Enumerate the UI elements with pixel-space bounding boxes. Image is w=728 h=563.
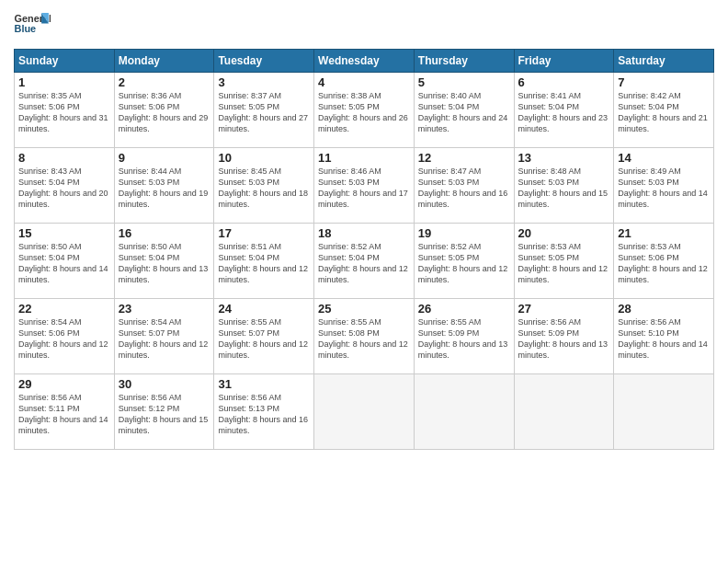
calendar-cell: 21Sunrise: 8:53 AM Sunset: 5:06 PM Dayli… xyxy=(614,224,714,299)
day-number: 5 xyxy=(418,75,510,89)
day-info: Sunrise: 8:56 AM Sunset: 5:11 PM Dayligh… xyxy=(18,392,110,437)
day-info: Sunrise: 8:46 AM Sunset: 5:03 PM Dayligh… xyxy=(318,166,410,211)
day-info: Sunrise: 8:50 AM Sunset: 5:04 PM Dayligh… xyxy=(18,241,110,286)
day-number: 3 xyxy=(218,75,310,89)
day-number: 19 xyxy=(418,226,510,240)
calendar-cell: 28Sunrise: 8:56 AM Sunset: 5:10 PM Dayli… xyxy=(614,299,714,374)
day-info: Sunrise: 8:35 AM Sunset: 5:06 PM Dayligh… xyxy=(18,90,110,135)
day-info: Sunrise: 8:47 AM Sunset: 5:03 PM Dayligh… xyxy=(418,166,510,211)
day-number: 13 xyxy=(518,151,610,165)
day-number: 28 xyxy=(618,302,710,316)
day-info: Sunrise: 8:45 AM Sunset: 5:03 PM Dayligh… xyxy=(218,166,310,211)
calendar-table: SundayMondayTuesdayWednesdayThursdayFrid… xyxy=(14,49,714,450)
calendar-week-3: 15Sunrise: 8:50 AM Sunset: 5:04 PM Dayli… xyxy=(15,224,714,299)
calendar-week-1: 1Sunrise: 8:35 AM Sunset: 5:06 PM Daylig… xyxy=(15,73,714,148)
day-number: 2 xyxy=(119,75,210,89)
calendar-cell xyxy=(414,374,514,450)
calendar-cell: 9Sunrise: 8:44 AM Sunset: 5:03 PM Daylig… xyxy=(114,148,214,224)
logo: General Blue xyxy=(14,9,54,41)
col-header-wednesday: Wednesday xyxy=(314,50,415,73)
calendar-cell: 11Sunrise: 8:46 AM Sunset: 5:03 PM Dayli… xyxy=(314,148,415,224)
day-number: 30 xyxy=(119,377,210,391)
calendar-cell xyxy=(614,374,714,450)
day-number: 1 xyxy=(18,75,110,89)
calendar-cell: 4Sunrise: 8:38 AM Sunset: 5:05 PM Daylig… xyxy=(314,73,415,148)
day-info: Sunrise: 8:48 AM Sunset: 5:03 PM Dayligh… xyxy=(518,166,610,211)
day-number: 21 xyxy=(618,226,710,240)
day-info: Sunrise: 8:56 AM Sunset: 5:12 PM Dayligh… xyxy=(119,392,210,437)
calendar-cell: 1Sunrise: 8:35 AM Sunset: 5:06 PM Daylig… xyxy=(15,73,115,148)
calendar-cell: 16Sunrise: 8:50 AM Sunset: 5:04 PM Dayli… xyxy=(114,224,214,299)
day-info: Sunrise: 8:55 AM Sunset: 5:07 PM Dayligh… xyxy=(218,316,310,362)
day-info: Sunrise: 8:38 AM Sunset: 5:05 PM Dayligh… xyxy=(318,90,410,135)
calendar-cell: 23Sunrise: 8:54 AM Sunset: 5:07 PM Dayli… xyxy=(114,299,214,374)
page-container: General Blue SundayMondayTuesdayWednesda… xyxy=(0,0,728,459)
col-header-saturday: Saturday xyxy=(614,50,714,73)
svg-text:Blue: Blue xyxy=(15,23,37,34)
day-number: 31 xyxy=(218,377,310,391)
calendar-cell: 18Sunrise: 8:52 AM Sunset: 5:04 PM Dayli… xyxy=(314,224,415,299)
calendar-cell xyxy=(314,374,415,450)
day-info: Sunrise: 8:44 AM Sunset: 5:03 PM Dayligh… xyxy=(119,166,210,211)
calendar-cell: 31Sunrise: 8:56 AM Sunset: 5:13 PM Dayli… xyxy=(214,374,314,450)
day-number: 25 xyxy=(318,302,410,316)
calendar-cell: 26Sunrise: 8:55 AM Sunset: 5:09 PM Dayli… xyxy=(414,299,514,374)
day-number: 7 xyxy=(618,75,710,89)
calendar-week-5: 29Sunrise: 8:56 AM Sunset: 5:11 PM Dayli… xyxy=(15,374,714,450)
page-header: General Blue xyxy=(14,9,714,41)
day-info: Sunrise: 8:49 AM Sunset: 5:03 PM Dayligh… xyxy=(618,166,710,211)
day-number: 18 xyxy=(318,226,410,240)
day-number: 4 xyxy=(318,75,410,89)
calendar-cell: 27Sunrise: 8:56 AM Sunset: 5:09 PM Dayli… xyxy=(514,299,614,374)
day-info: Sunrise: 8:56 AM Sunset: 5:10 PM Dayligh… xyxy=(618,316,710,362)
day-info: Sunrise: 8:56 AM Sunset: 5:13 PM Dayligh… xyxy=(218,392,310,437)
day-number: 23 xyxy=(119,302,210,316)
calendar-cell: 25Sunrise: 8:55 AM Sunset: 5:08 PM Dayli… xyxy=(314,299,415,374)
day-info: Sunrise: 8:53 AM Sunset: 5:05 PM Dayligh… xyxy=(518,241,610,286)
calendar-cell: 29Sunrise: 8:56 AM Sunset: 5:11 PM Dayli… xyxy=(15,374,115,450)
day-number: 11 xyxy=(318,151,410,165)
calendar-week-4: 22Sunrise: 8:54 AM Sunset: 5:06 PM Dayli… xyxy=(15,299,714,374)
day-info: Sunrise: 8:40 AM Sunset: 5:04 PM Dayligh… xyxy=(418,90,510,135)
day-info: Sunrise: 8:54 AM Sunset: 5:06 PM Dayligh… xyxy=(18,316,110,362)
col-header-thursday: Thursday xyxy=(414,50,514,73)
calendar-cell: 14Sunrise: 8:49 AM Sunset: 5:03 PM Dayli… xyxy=(614,148,714,224)
day-info: Sunrise: 8:41 AM Sunset: 5:04 PM Dayligh… xyxy=(518,90,610,135)
calendar-cell: 10Sunrise: 8:45 AM Sunset: 5:03 PM Dayli… xyxy=(214,148,314,224)
day-number: 17 xyxy=(218,226,310,240)
day-info: Sunrise: 8:42 AM Sunset: 5:04 PM Dayligh… xyxy=(618,90,710,135)
calendar-cell: 2Sunrise: 8:36 AM Sunset: 5:06 PM Daylig… xyxy=(114,73,214,148)
day-number: 16 xyxy=(119,226,210,240)
day-number: 22 xyxy=(18,302,110,316)
day-info: Sunrise: 8:50 AM Sunset: 5:04 PM Dayligh… xyxy=(119,241,210,286)
logo-icon: General Blue xyxy=(14,9,51,41)
calendar-cell: 3Sunrise: 8:37 AM Sunset: 5:05 PM Daylig… xyxy=(214,73,314,148)
calendar-cell: 24Sunrise: 8:55 AM Sunset: 5:07 PM Dayli… xyxy=(214,299,314,374)
calendar-cell: 19Sunrise: 8:52 AM Sunset: 5:05 PM Dayli… xyxy=(414,224,514,299)
day-info: Sunrise: 8:51 AM Sunset: 5:04 PM Dayligh… xyxy=(218,241,310,286)
calendar-cell: 5Sunrise: 8:40 AM Sunset: 5:04 PM Daylig… xyxy=(414,73,514,148)
day-info: Sunrise: 8:54 AM Sunset: 5:07 PM Dayligh… xyxy=(119,316,210,362)
day-number: 8 xyxy=(18,151,110,165)
day-info: Sunrise: 8:55 AM Sunset: 5:08 PM Dayligh… xyxy=(318,316,410,362)
day-number: 14 xyxy=(618,151,710,165)
day-number: 15 xyxy=(18,226,110,240)
calendar-cell xyxy=(514,374,614,450)
day-number: 20 xyxy=(518,226,610,240)
day-info: Sunrise: 8:52 AM Sunset: 5:05 PM Dayligh… xyxy=(418,241,510,286)
calendar-cell: 30Sunrise: 8:56 AM Sunset: 5:12 PM Dayli… xyxy=(114,374,214,450)
col-header-tuesday: Tuesday xyxy=(214,50,314,73)
day-number: 9 xyxy=(119,151,210,165)
day-number: 24 xyxy=(218,302,310,316)
calendar-cell: 22Sunrise: 8:54 AM Sunset: 5:06 PM Dayli… xyxy=(15,299,115,374)
col-header-monday: Monday xyxy=(114,50,214,73)
day-info: Sunrise: 8:43 AM Sunset: 5:04 PM Dayligh… xyxy=(18,166,110,211)
calendar-cell: 7Sunrise: 8:42 AM Sunset: 5:04 PM Daylig… xyxy=(614,73,714,148)
calendar-cell: 17Sunrise: 8:51 AM Sunset: 5:04 PM Dayli… xyxy=(214,224,314,299)
calendar-cell: 6Sunrise: 8:41 AM Sunset: 5:04 PM Daylig… xyxy=(514,73,614,148)
calendar-cell: 13Sunrise: 8:48 AM Sunset: 5:03 PM Dayli… xyxy=(514,148,614,224)
col-header-sunday: Sunday xyxy=(15,50,115,73)
calendar-cell: 12Sunrise: 8:47 AM Sunset: 5:03 PM Dayli… xyxy=(414,148,514,224)
day-info: Sunrise: 8:55 AM Sunset: 5:09 PM Dayligh… xyxy=(418,316,510,362)
day-number: 27 xyxy=(518,302,610,316)
